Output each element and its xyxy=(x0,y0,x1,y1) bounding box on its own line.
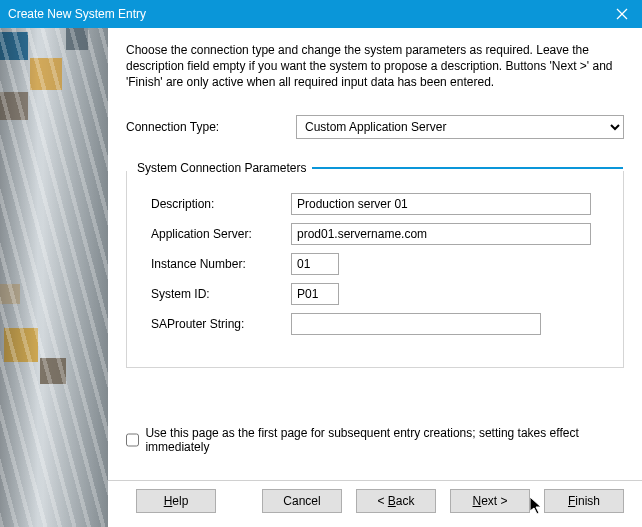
wizard-footer: Help Cancel < Back Next > Finish xyxy=(126,489,624,517)
titlebar: Create New System Entry xyxy=(0,0,642,28)
instance-number-input[interactable] xyxy=(291,253,339,275)
help-button[interactable]: Help xyxy=(136,489,216,513)
finish-button[interactable]: Finish xyxy=(544,489,624,513)
connection-type-select[interactable]: Custom Application Server xyxy=(296,115,624,139)
system-id-input[interactable] xyxy=(291,283,339,305)
connection-type-label: Connection Type: xyxy=(126,120,296,134)
application-server-label: Application Server: xyxy=(141,227,291,241)
description-input[interactable] xyxy=(291,193,591,215)
cancel-button[interactable]: Cancel xyxy=(262,489,342,513)
system-connection-parameters-group: System Connection Parameters Description… xyxy=(126,171,624,368)
wizard-sidebar-image xyxy=(0,28,108,527)
saprouter-string-label: SAProuter String: xyxy=(141,317,291,331)
groupbox-title: System Connection Parameters xyxy=(127,161,312,175)
next-button[interactable]: Next > xyxy=(450,489,530,513)
first-page-checkbox[interactable] xyxy=(126,433,139,447)
saprouter-string-input[interactable] xyxy=(291,313,541,335)
window-title: Create New System Entry xyxy=(8,7,602,21)
close-button[interactable] xyxy=(602,0,642,28)
first-page-checkbox-label: Use this page as the first page for subs… xyxy=(145,426,624,454)
description-label: Description: xyxy=(141,197,291,211)
close-icon xyxy=(616,8,628,20)
intro-text: Choose the connection type and change th… xyxy=(126,42,624,91)
main-panel: Choose the connection type and change th… xyxy=(108,28,642,527)
application-server-input[interactable] xyxy=(291,223,591,245)
back-button[interactable]: < Back xyxy=(356,489,436,513)
dialog-body: Choose the connection type and change th… xyxy=(0,28,642,527)
system-id-label: System ID: xyxy=(141,287,291,301)
footer-separator xyxy=(108,480,642,481)
instance-number-label: Instance Number: xyxy=(141,257,291,271)
